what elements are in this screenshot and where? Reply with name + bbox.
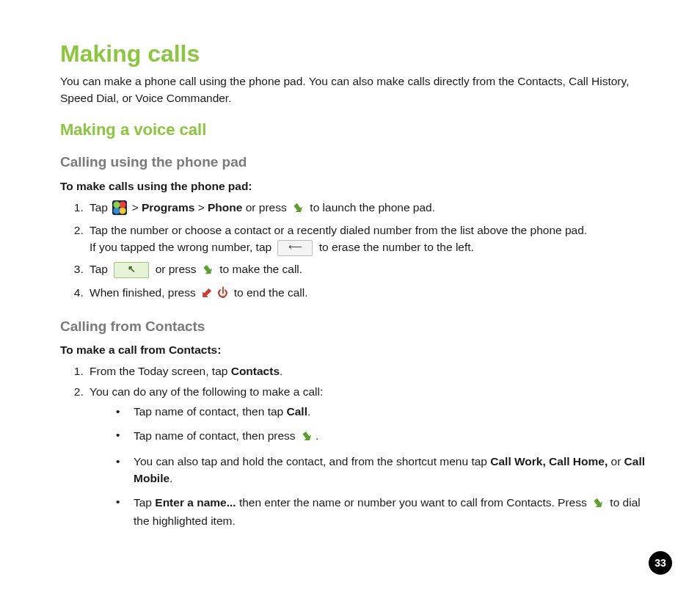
programs-label: Programs	[142, 201, 194, 214]
backspace-button-icon	[277, 240, 313, 256]
steps-list: Tap > Programs > Phone or press to launc…	[60, 199, 653, 303]
step-item: From the Today screen, tap Contacts.	[87, 363, 653, 379]
item-text: or	[611, 455, 624, 467]
step-text: If you tapped the wrong number, tap	[90, 241, 274, 253]
phone-label: Phone	[208, 201, 242, 214]
step-text: Tap the number or choose a contact or a …	[90, 222, 653, 239]
call-work-home-label: Call Work, Call Home,	[490, 455, 608, 467]
subsection-heading: Calling using the phone pad	[60, 152, 653, 172]
step-text: to launch the phone pad.	[310, 201, 435, 214]
talk-key-icon	[302, 426, 313, 445]
call-label: Call	[287, 405, 307, 418]
step-text: Tap	[90, 263, 111, 275]
step-item: You can do any of the following to make …	[87, 384, 653, 530]
item-text: Tap	[134, 496, 155, 509]
step-text: When finished, press	[90, 286, 199, 299]
item-text: .	[316, 429, 318, 442]
page-number-badge: 33	[649, 551, 672, 575]
item-text: Tap name of contact, then tap	[134, 405, 287, 418]
item-text: then enter the name or number you want t…	[239, 496, 590, 509]
step-text: or press	[246, 201, 290, 214]
contacts-label: Contacts	[231, 365, 280, 377]
list-item: Tap name of contact, then press .	[116, 427, 653, 446]
section-heading: Making a voice call	[60, 118, 653, 142]
subsection-heading: Calling from Contacts	[60, 316, 653, 337]
item-text: .	[169, 472, 172, 484]
step-text: You can do any of the following to make …	[90, 385, 323, 398]
step-item: Tap > Programs > Phone or press to launc…	[87, 199, 653, 218]
enter-name-label: Enter a name...	[155, 496, 236, 509]
power-icon	[217, 285, 228, 301]
steps-list: From the Today screen, tap Contacts. You…	[60, 363, 653, 530]
list-item: Tap Enter a name... then enter the name …	[116, 494, 653, 530]
talk-key-icon	[203, 260, 214, 279]
item-text: .	[307, 405, 310, 418]
step-text: to erase the number to the left.	[319, 241, 474, 253]
step-text: From the Today screen, tap	[90, 365, 231, 377]
windows-start-icon	[112, 200, 127, 215]
step-text: >	[198, 201, 208, 214]
call-button-icon	[114, 262, 149, 278]
step-text: or press	[156, 263, 200, 275]
list-item: Tap name of contact, then tap Call.	[116, 404, 653, 420]
intro-text: You can make a phone call using the phon…	[60, 73, 653, 106]
item-text: You can also tap and hold the contact, a…	[134, 455, 490, 467]
step-text: to end the call.	[234, 286, 308, 299]
talk-key-icon	[293, 198, 304, 217]
lead-text: To make a call from Contacts:	[60, 342, 653, 358]
page-title: Making calls	[60, 37, 653, 70]
sub-list: Tap name of contact, then tap Call. Tap …	[90, 404, 653, 530]
end-key-icon	[201, 283, 212, 302]
step-item: Tap or press to make the call.	[87, 261, 653, 280]
step-text: .	[280, 365, 282, 377]
step-text: Tap	[90, 201, 111, 214]
step-item: Tap the number or choose a contact or a …	[87, 222, 653, 255]
item-text: Tap name of contact, then press	[134, 429, 299, 442]
step-item: When finished, press to end the call.	[87, 284, 653, 303]
talk-key-icon	[593, 493, 604, 512]
lead-text: To make calls using the phone pad:	[60, 178, 653, 194]
step-text: >	[132, 201, 142, 214]
step-text: to make the call.	[219, 263, 302, 275]
list-item: You can also tap and hold the contact, a…	[116, 454, 653, 487]
